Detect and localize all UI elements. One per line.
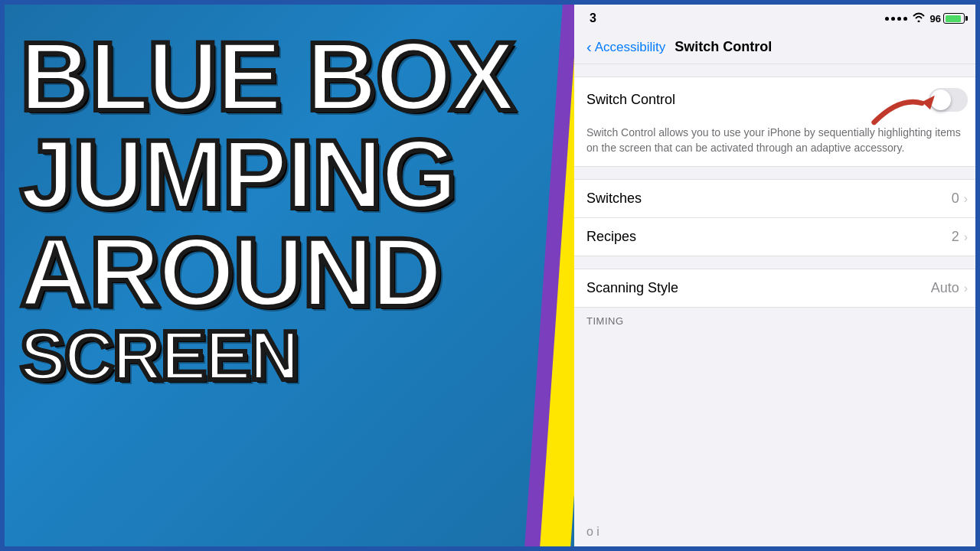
nav-title: Switch Control xyxy=(675,39,772,55)
switches-value: 0 xyxy=(952,191,959,207)
recipes-label: Recipes xyxy=(586,229,636,245)
text-line-4: SCREEN xyxy=(20,321,556,390)
back-label: Accessibility xyxy=(595,40,666,55)
switches-right: 0 › xyxy=(952,191,968,207)
switches-row[interactable]: Switches 0 › xyxy=(574,180,980,218)
dot-3 xyxy=(897,17,901,21)
battery-percent: 96 xyxy=(930,13,941,24)
dot-4 xyxy=(903,17,907,21)
wifi-icon xyxy=(912,11,926,25)
switches-recipes-section: Switches 0 › Recipes 2 › xyxy=(574,179,980,256)
status-time: 3 xyxy=(590,11,596,25)
battery-fill xyxy=(946,15,962,22)
text-line-1: BLUE BOX xyxy=(20,28,556,126)
bottom-partial-text: o i xyxy=(586,525,599,539)
switch-description-text: Switch Control allows you to use your iP… xyxy=(586,126,968,155)
iphone-settings-panel: 3 96 xyxy=(574,0,980,551)
signal-dots xyxy=(885,17,907,21)
scanning-style-label: Scanning Style xyxy=(586,280,678,296)
battery-indicator: 96 xyxy=(930,13,965,24)
thumbnail-text: BLUE BOX JUMPING AROUND SCREEN xyxy=(20,28,556,390)
status-icons: 96 xyxy=(885,11,965,25)
back-arrow-icon: ‹ xyxy=(586,38,592,56)
red-arrow-annotation xyxy=(861,83,938,129)
recipes-right: 2 › xyxy=(952,229,968,245)
switch-control-label: Switch Control xyxy=(586,92,675,108)
scanning-style-chevron-icon: › xyxy=(964,282,968,295)
recipes-chevron-icon: › xyxy=(964,230,968,244)
switch-control-row: Switch Control xyxy=(574,77,980,122)
dot-2 xyxy=(891,17,895,21)
timing-section-header: TIMING xyxy=(574,308,980,330)
recipes-row[interactable]: Recipes 2 › xyxy=(574,218,980,256)
scanning-style-section: Scanning Style Auto › xyxy=(574,269,980,308)
switches-chevron-icon: › xyxy=(964,192,968,206)
scanning-style-right: Auto › xyxy=(931,280,968,296)
switches-label: Switches xyxy=(586,191,642,207)
battery-box xyxy=(943,13,965,24)
scanning-style-value: Auto xyxy=(931,280,959,296)
scanning-style-row[interactable]: Scanning Style Auto › xyxy=(574,269,980,307)
recipes-value: 2 xyxy=(952,229,959,245)
timing-header-text: TIMING xyxy=(586,315,624,327)
nav-back-button[interactable]: ‹ Accessibility xyxy=(586,38,665,56)
status-bar: 3 96 xyxy=(574,0,980,34)
thumbnail-background: BLUE BOX JUMPING AROUND SCREEN xyxy=(0,0,582,551)
switch-control-section: Switch Control Switch Control allows you… xyxy=(574,77,980,167)
nav-bar: ‹ Accessibility Switch Control xyxy=(574,34,980,64)
dot-1 xyxy=(885,17,889,21)
text-line-3: AROUND xyxy=(20,223,556,321)
text-line-2: JUMPING xyxy=(20,126,556,223)
